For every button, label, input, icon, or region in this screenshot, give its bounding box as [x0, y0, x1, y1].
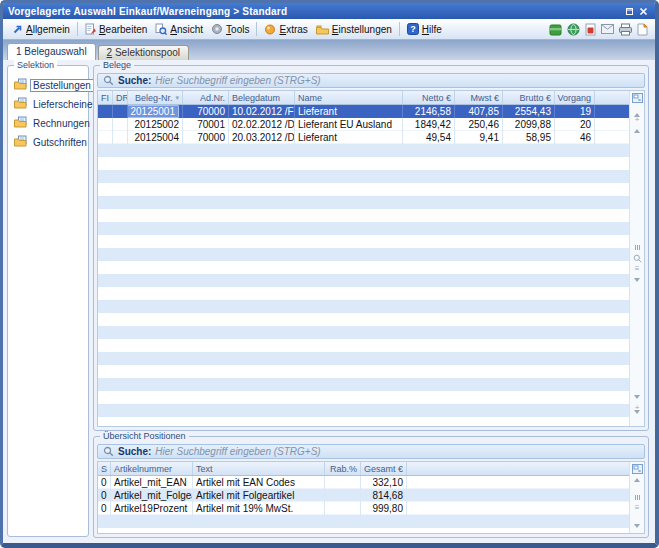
- empty-row: [98, 196, 629, 209]
- select-all-icon[interactable]: [630, 275, 644, 286]
- cell: [113, 131, 128, 144]
- column-header-fi[interactable]: FI: [98, 91, 113, 104]
- column-header-vorgang[interactable]: Vorgang: [555, 91, 595, 104]
- menu-tools[interactable]: Tools: [207, 22, 253, 36]
- header-filler: [595, 91, 629, 104]
- column-header-rab-[interactable]: Rab.%: [325, 462, 361, 475]
- sidebar-item-lieferscheine[interactable]: Lieferscheine: [14, 97, 88, 111]
- positionen-header-row: SArtikelnummerTextRab.%Gesamt €: [98, 462, 629, 476]
- application-window: Vorgelagerte Auswahl Einkauf/Wareneingan…: [0, 0, 659, 548]
- belege-group-label: Belege: [100, 60, 134, 70]
- column-header-netto-[interactable]: Netto €: [403, 91, 455, 104]
- column-header-gesamt-[interactable]: Gesamt €: [361, 462, 407, 475]
- menu-allgemein[interactable]: Allgemein: [8, 23, 74, 36]
- folder-document-icon: [14, 116, 27, 130]
- tab-selektionspool[interactable]: 2 Selektionspool: [98, 45, 189, 60]
- column-header-text[interactable]: Text: [193, 462, 325, 475]
- cell: 58,95: [503, 131, 555, 144]
- svg-text:?: ?: [410, 24, 416, 34]
- positionen-scroll-strip: ≡: [629, 462, 644, 533]
- title-bar[interactable]: Vorgelagerte Auswahl Einkauf/Wareneingan…: [3, 3, 655, 19]
- list-view-icon[interactable]: ≡: [630, 264, 644, 275]
- menu-separator: [399, 22, 400, 36]
- menu-items: AllgemeinBearbeitenAnsichtToolsExtrasEin…: [8, 22, 446, 36]
- restore-button[interactable]: [622, 5, 636, 17]
- table-row[interactable]: 0Artikel_mit_FolgeartikelArtikel mit Fol…: [98, 489, 629, 502]
- menu-label: Hilfe: [422, 24, 442, 35]
- menu-ansicht[interactable]: Ansicht: [151, 22, 207, 36]
- column-header-beleg-nr-[interactable]: Beleg-Nr.▾: [128, 91, 183, 104]
- tab-belegauswahl[interactable]: 1 Belegauswahl: [7, 43, 96, 60]
- column-chooser-icon[interactable]: [630, 463, 644, 474]
- pause-view-icon[interactable]: [630, 492, 644, 503]
- scroll-bottom-icon[interactable]: [630, 413, 644, 424]
- empty-row: [98, 209, 629, 222]
- close-button[interactable]: [636, 5, 650, 17]
- scroll-down-icon[interactable]: [630, 391, 644, 402]
- selektion-group-label: Selektion: [14, 60, 57, 70]
- scroll-up-icon[interactable]: [630, 474, 644, 485]
- empty-row: [98, 339, 629, 352]
- column-header-artikelnummer[interactable]: Artikelnummer: [111, 462, 193, 475]
- pause-view-icon[interactable]: [630, 242, 644, 253]
- header-filler: [407, 462, 629, 475]
- restore-icon: [625, 2, 634, 20]
- globe-icon[interactable]: [567, 23, 580, 36]
- arrow-ne-icon: [12, 24, 23, 35]
- sidebar-item-gutschriften[interactable]: Gutschriften: [14, 135, 88, 149]
- column-chooser-icon[interactable]: [630, 92, 644, 103]
- scroll-up-icon[interactable]: [630, 125, 644, 136]
- table-row[interactable]: 0Artikel_mit_EANArtikel mit EAN Codes332…: [98, 476, 629, 489]
- column-header-ad-nr-[interactable]: Ad.Nr.: [183, 91, 229, 104]
- package-icon[interactable]: [549, 23, 562, 36]
- cell: [113, 118, 128, 131]
- positionen-table: SArtikelnummerTextRab.%Gesamt €0Artikel_…: [98, 462, 629, 533]
- empty-row: [98, 313, 629, 326]
- belege-search-input[interactable]: Suche: Hier Suchbegriff eingeben (STRG+S…: [97, 73, 645, 88]
- empty-row: [98, 287, 629, 300]
- cell: 0: [98, 476, 111, 489]
- cell: 10.02.2012 /Fr: [229, 105, 295, 118]
- sidebar-item-rechnungen[interactable]: Rechnungen: [14, 116, 88, 130]
- export-pdf-icon[interactable]: [585, 23, 596, 36]
- table-row[interactable]: 201250017000010.02.2012 /FrLieferant2146…: [98, 105, 629, 118]
- table-row[interactable]: 201250047000020.03.2012 /DiLieferant49,5…: [98, 131, 629, 144]
- cell: 9,41: [455, 131, 503, 144]
- empty-row: [98, 417, 629, 426]
- cell: Lieferant: [295, 131, 403, 144]
- list-view-icon[interactable]: ≡: [630, 503, 644, 514]
- zoom-icon[interactable]: [630, 253, 644, 264]
- scroll-top-icon[interactable]: [630, 103, 644, 114]
- table-row[interactable]: 0Artikel19ProzentArtikel mit 19% MwSt.99…: [98, 502, 629, 515]
- column-header-s[interactable]: S: [98, 462, 111, 475]
- cell: Lieferant: [295, 105, 403, 118]
- cell: 0: [98, 489, 111, 502]
- cell: Artikel mit 19% MwSt.: [193, 502, 325, 515]
- menu-einstellungen[interactable]: Einstellungen: [312, 23, 396, 36]
- column-header-brutto-[interactable]: Brutto €: [503, 91, 555, 104]
- cell: Artikel19Prozent: [111, 502, 193, 515]
- menu-hilfe[interactable]: ?Hilfe: [403, 22, 446, 36]
- empty-row: [98, 261, 629, 274]
- empty-row: [98, 326, 629, 339]
- column-header-mwst-[interactable]: Mwst €: [455, 91, 503, 104]
- column-header-belegdatum[interactable]: Belegdatum: [229, 91, 295, 104]
- menu-extras[interactable]: Extras: [260, 22, 311, 36]
- positionen-group: Übersicht Positionen Suche: Hier Suchbeg…: [93, 436, 649, 538]
- sidebar-item-bestellungen[interactable]: Bestellungen: [14, 78, 88, 92]
- cell: [113, 105, 128, 118]
- new-document-icon[interactable]: [637, 23, 648, 36]
- cell: [325, 489, 361, 502]
- positionen-search-input[interactable]: Suche: Hier Suchbegriff eingeben (STRG+S…: [97, 444, 645, 459]
- add-row-icon[interactable]: +: [630, 114, 644, 125]
- row-filler: [595, 105, 629, 118]
- mail-icon[interactable]: [601, 24, 614, 34]
- menu-bearbeiten[interactable]: Bearbeiten: [81, 22, 151, 36]
- scroll-down-icon[interactable]: [630, 520, 644, 531]
- edit-document-icon: [85, 23, 96, 35]
- empty-row: [98, 235, 629, 248]
- column-header-dr[interactable]: DR: [113, 91, 128, 104]
- column-header-name[interactable]: Name: [295, 91, 403, 104]
- print-icon[interactable]: [619, 23, 632, 36]
- table-row[interactable]: 201250027000102.02.2012 /DoLieferant EU …: [98, 118, 629, 131]
